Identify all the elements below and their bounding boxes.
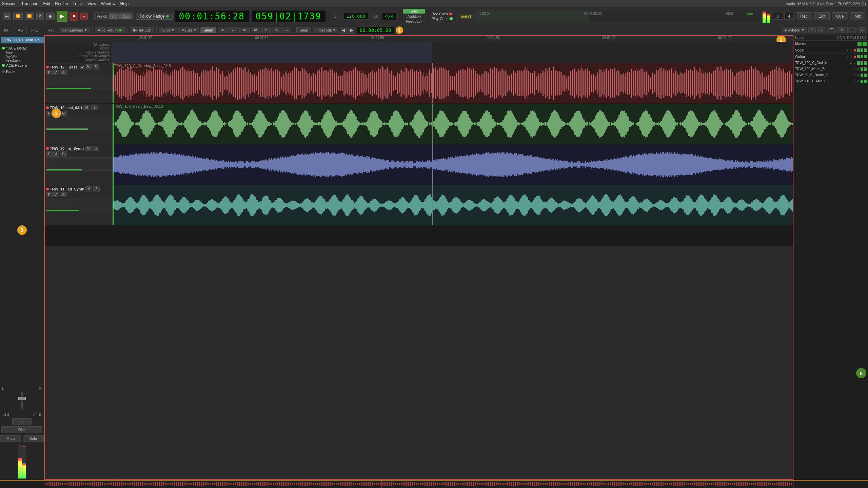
col-i: I	[846, 36, 847, 40]
tool-4[interactable]: ⇄	[251, 27, 260, 33]
play-cues-dot	[450, 17, 453, 20]
fader-item[interactable]: Fader	[0, 68, 44, 75]
vu-channel-2-fill	[22, 463, 26, 479]
ace-delay-time[interactable]: Time	[0, 51, 44, 55]
timecode-ruler-row: 00:01:52 00:01:54 00:01:56 00:01:58 00:0…	[45, 36, 793, 42]
track-header-1: TRW_12....Bass_02 M S P A G	[45, 63, 113, 103]
track3-s-btn[interactable]: S	[93, 146, 99, 151]
mouse-dropdown[interactable]: Mouse ▾	[178, 27, 199, 33]
tool-6[interactable]: ∿	[272, 27, 281, 33]
track1-m-btn[interactable]: M	[85, 64, 92, 69]
divider3	[400, 9, 400, 23]
zoom-2[interactable]: ☰	[827, 27, 836, 33]
divider4	[428, 9, 428, 23]
ace-delay-item[interactable]: * ACE Delay	[0, 45, 44, 51]
mix-large-button[interactable]: Mix	[850, 12, 865, 20]
menu-region[interactable]: Region	[55, 1, 68, 6]
vu-channel-2	[22, 445, 26, 479]
rp-trw120-bars	[857, 61, 867, 65]
smart-button[interactable]: Smart	[200, 27, 216, 33]
track4-s-btn[interactable]: S	[93, 186, 100, 191]
rewind-to-start-button[interactable]: ⏮	[3, 13, 11, 20]
zoom-3[interactable]: ≡	[837, 27, 846, 33]
timecode-dropdown[interactable]: Timecode ▾	[313, 27, 338, 33]
menu-edit[interactable]: Edit	[43, 1, 51, 6]
edit-large-button[interactable]: Edit	[814, 12, 830, 20]
auto-return-dropdown[interactable]: Auto Return	[95, 27, 125, 33]
menu-transport[interactable]: Transport	[21, 1, 39, 6]
tool-1[interactable]: ⊲	[218, 27, 227, 33]
tool-3[interactable]: ≫	[239, 27, 250, 33]
snap-button[interactable]: Snap	[296, 27, 311, 33]
track1-s-btn[interactable]: S	[93, 64, 99, 69]
mute-button[interactable]: Mute	[0, 435, 21, 442]
track2-s-btn[interactable]: S	[91, 105, 98, 110]
menu-view[interactable]: View	[87, 1, 96, 6]
punch-out-button[interactable]: Out	[119, 14, 132, 19]
slide-dropdown[interactable]: Slide ▾	[159, 27, 177, 33]
playhead-dropdown[interactable]: Playhead ▾	[782, 27, 807, 33]
track3-p-btn[interactable]: P	[46, 151, 53, 157]
ruler-label-minssecs: Mins:Secs	[45, 43, 112, 46]
menu-help[interactable]: Help	[120, 1, 129, 6]
track4-g-btn[interactable]: G	[60, 192, 67, 197]
tool-5[interactable]: ✂	[261, 27, 271, 33]
track4-a-btn[interactable]: A	[53, 192, 60, 197]
cue-large-button[interactable]: Cue	[832, 12, 848, 20]
nav-back-button[interactable]: ◀	[340, 27, 347, 34]
zoom-out-button[interactable]: *	[808, 27, 816, 33]
timeline-tick-3: 00:0	[726, 12, 733, 16]
in-button[interactable]: In	[12, 418, 31, 425]
track2-g-btn[interactable]: G	[60, 111, 67, 116]
audition-button[interactable]: Audition	[403, 14, 425, 19]
track4-m-btn[interactable]: M	[85, 186, 92, 191]
timeline-selection	[476, 11, 589, 22]
play-button[interactable]: ▶	[57, 11, 67, 22]
non-layered-chevron: ▾	[85, 28, 87, 32]
int-m-c1k-dropdown[interactable]: INT/M-C1k	[130, 27, 154, 33]
rewind-button[interactable]: ⏪	[13, 13, 23, 20]
fader-handle[interactable]	[18, 397, 26, 400]
track4-p-btn[interactable]: P	[46, 192, 53, 197]
feedback-button[interactable]: Feedback	[403, 19, 425, 24]
fast-forward-button[interactable]: ⏩	[25, 13, 34, 20]
rec-large-button[interactable]: Rec	[796, 12, 812, 20]
zoom-in-button[interactable]: +	[858, 27, 866, 33]
track1-p-btn[interactable]: P	[46, 70, 53, 75]
tool-7[interactable]: ▽	[282, 27, 291, 33]
record-roll-button[interactable]: ⏺	[46, 13, 55, 20]
zoom-fit-button[interactable]: ⊞	[847, 27, 856, 33]
ace-reverb-item[interactable]: ACE Reverb	[0, 62, 44, 68]
track3-g-btn[interactable]: G	[60, 151, 67, 157]
disk-button[interactable]: Disk	[1, 426, 42, 433]
loop-button[interactable]: ↺	[36, 13, 44, 20]
track1-a-btn[interactable]: A	[53, 70, 60, 75]
col-r2: R	[850, 36, 853, 40]
menu-window[interactable]: Window	[101, 1, 116, 6]
track1-g-btn[interactable]: G	[60, 70, 67, 75]
rp-guitar-c: ✓	[850, 55, 853, 59]
punch-in-button[interactable]: In	[109, 14, 118, 19]
track2-m-btn[interactable]: M	[83, 105, 90, 110]
menu-track[interactable]: Track	[73, 1, 83, 6]
nav-forward-button[interactable]: ▶	[348, 27, 355, 34]
track3-m-btn[interactable]: M	[85, 146, 92, 151]
disk-row: Disk	[0, 426, 44, 434]
zoom-1[interactable]: –	[817, 27, 825, 33]
solo-button-ch[interactable]: Solo	[23, 435, 44, 442]
non-layered-dropdown[interactable]: Non-Layered ▾	[59, 27, 90, 33]
track3-a-btn[interactable]: A	[53, 151, 60, 157]
stop-button[interactable]: ■	[70, 12, 78, 21]
menu-session[interactable]: Session	[2, 1, 17, 6]
solo-button[interactable]: Solo	[403, 9, 425, 14]
timecode-display: 00:01:56:28	[175, 10, 249, 22]
tool-2[interactable]: ↔	[228, 27, 238, 33]
record-button[interactable]: ●	[80, 13, 88, 20]
db-left-val: -3.4	[3, 413, 9, 417]
ace-delay-drywet[interactable]: Dry/Wet	[0, 55, 44, 59]
follow-range-button[interactable]: Follow Range	[136, 13, 172, 20]
rp-vocal-name: Vocal	[795, 48, 845, 52]
tracks-empty-area	[45, 226, 793, 246]
second-toolbar: Int. VS Play Rec: Non-Layered ▾ Auto Ret…	[0, 25, 868, 35]
ace-delay-feedback[interactable]: Feedback	[0, 59, 44, 62]
